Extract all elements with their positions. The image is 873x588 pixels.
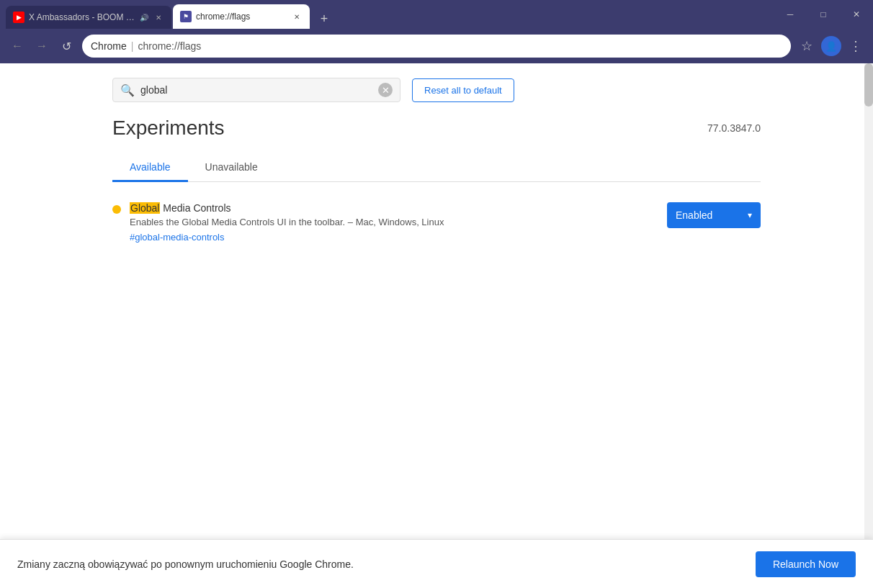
new-tab-button[interactable]: + — [314, 9, 334, 29]
tab1-close-button[interactable]: ✕ — [153, 12, 164, 23]
reset-all-button[interactable]: Reset all to default — [412, 78, 514, 102]
page-scrollbar[interactable] — [864, 63, 873, 539]
flag-dropdown-arrow: ▾ — [748, 210, 752, 220]
flag-status: Enabled — [676, 209, 712, 221]
content-tabs: Available Unavailable — [112, 154, 761, 182]
address-bar[interactable]: Chrome | chrome://flags — [82, 35, 791, 58]
back-button[interactable]: ← — [6, 35, 29, 58]
page-scrollbar-thumb[interactable] — [864, 63, 873, 107]
tab2-close-button[interactable]: ✕ — [291, 11, 303, 22]
bottom-bar: Zmiany zaczną obowiązywać po ponownym ur… — [0, 539, 873, 588]
tab1-favicon: ▶ — [13, 12, 24, 23]
forward-button[interactable]: → — [30, 35, 53, 58]
address-bar-site: Chrome — [91, 40, 127, 52]
flag-item: Global Media Controls Enables the Global… — [112, 196, 761, 249]
browser-tab-2[interactable]: ⚑ chrome://flags ✕ — [173, 4, 310, 29]
star-button[interactable]: ☆ — [795, 35, 818, 58]
browser-tab-1[interactable]: ▶ X Ambassadors - BOOM (Of 🔊 ✕ — [6, 6, 171, 29]
search-clear-button[interactable]: ✕ — [378, 83, 393, 97]
flag-name: Global Media Controls — [130, 202, 658, 214]
address-bar-separator: | — [131, 40, 134, 52]
search-icon: 🔍 — [120, 83, 135, 97]
browser-menu-button[interactable]: ⋮ — [844, 35, 867, 58]
page-content: 🔍 ✕ Reset all to default Experiments 77.… — [0, 63, 873, 539]
flag-dot — [112, 205, 121, 214]
version-text: 77.0.3847.0 — [707, 117, 761, 134]
tab1-title: X Ambassadors - BOOM (Of — [29, 12, 135, 22]
relaunch-button[interactable]: Relaunch Now — [756, 551, 856, 577]
flag-description: Enables the Global Media Controls UI in … — [130, 217, 658, 227]
tab1-sound-icon: 🔊 — [140, 14, 148, 22]
tab2-title: chrome://flags — [196, 12, 287, 22]
tab-available[interactable]: Available — [112, 154, 188, 182]
flag-name-highlight: Global — [130, 202, 160, 214]
flag-dropdown[interactable]: Enabled ▾ — [667, 202, 761, 228]
tab-unavailable[interactable]: Unavailable — [188, 154, 275, 182]
address-bar-url: chrome://flags — [138, 40, 782, 52]
page-title: Experiments — [112, 117, 225, 140]
bottom-bar-message: Zmiany zaczną obowiązywać po ponownym ur… — [17, 558, 354, 570]
minimize-button[interactable]: ─ — [774, 0, 807, 29]
flag-name-rest: Media Controls — [160, 202, 230, 214]
close-button[interactable]: ✕ — [840, 0, 873, 29]
search-container: 🔍 ✕ — [112, 78, 400, 102]
maximize-button[interactable]: □ — [807, 0, 840, 29]
search-input[interactable] — [140, 84, 372, 96]
profile-button[interactable]: 👤 — [821, 36, 841, 56]
flag-info: Global Media Controls Enables the Global… — [130, 202, 658, 243]
flag-link[interactable]: #global-media-controls — [130, 232, 225, 243]
tab2-favicon: ⚑ — [180, 11, 192, 22]
reload-button[interactable]: ↺ — [55, 35, 78, 58]
